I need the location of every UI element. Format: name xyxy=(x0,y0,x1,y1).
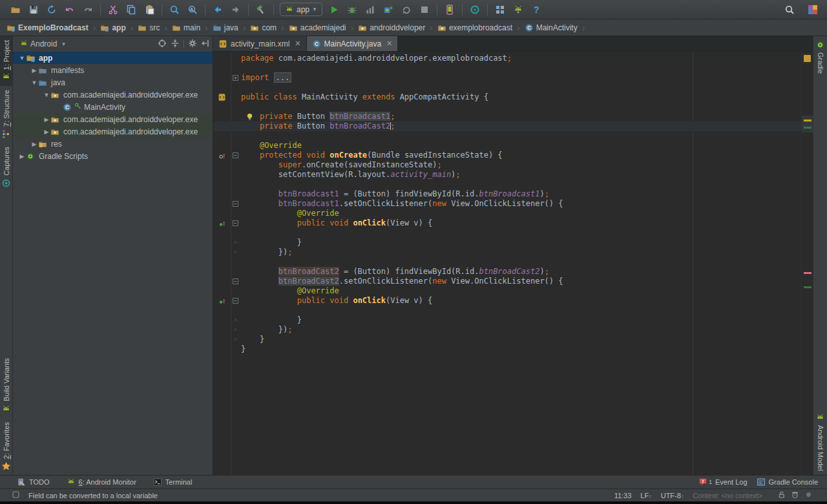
tool-window-button-build-variants[interactable]: Build Variants xyxy=(0,354,12,417)
fold-marker[interactable]: ˄ xyxy=(231,325,240,335)
code-line-23[interactable]: btnBroadCast2 = (Button) findViewById(R.… xyxy=(213,267,801,277)
stripe-marker[interactable] xyxy=(804,120,811,121)
find-button[interactable] xyxy=(165,1,183,18)
inspection-indicator[interactable] xyxy=(804,55,811,62)
breadcrumb-item-mainactivity[interactable]: CMainActivity xyxy=(523,23,579,32)
target-button[interactable] xyxy=(158,39,167,50)
tool-window-button-android-model[interactable]: Android Model xyxy=(813,409,827,475)
tool-window-button-todo[interactable]: TODO xyxy=(17,478,50,487)
stripe-marker[interactable] xyxy=(804,127,811,129)
code-line-26[interactable]: − public void onClick(View v) { xyxy=(213,296,801,306)
context-indicator[interactable]: Context: <no context> xyxy=(693,492,762,499)
code-line-10[interactable]: @Override xyxy=(213,141,801,151)
breadcrumb-item-src[interactable]: src xyxy=(136,23,161,32)
code-line-27[interactable] xyxy=(213,306,801,315)
breadcrumb-item-com[interactable]: com xyxy=(249,23,278,32)
stop-button[interactable] xyxy=(415,1,434,18)
tool-window-button-gradle[interactable]: Gradle xyxy=(813,36,827,78)
tool-window-button-terminal[interactable]: Terminal xyxy=(153,478,193,487)
code-line-31[interactable]: } xyxy=(213,344,801,354)
tree-expand-icon[interactable]: ▶ xyxy=(30,67,38,74)
code-line-25[interactable]: @Override xyxy=(213,286,801,296)
paste-button[interactable] xyxy=(140,1,158,18)
tool-window-button-1-project[interactable]: 1: Project xyxy=(0,36,12,86)
redo-button[interactable] xyxy=(79,1,97,18)
search-everywhere-button[interactable] xyxy=(780,1,799,18)
structure-dialog-button[interactable] xyxy=(491,1,509,18)
debug-button[interactable] xyxy=(343,1,361,18)
code-line-22[interactable] xyxy=(213,257,801,267)
fold-marker[interactable]: − xyxy=(231,199,240,209)
chevron-down-icon[interactable]: ▼ xyxy=(61,41,66,47)
fold-marker[interactable]: − xyxy=(231,277,240,286)
tool-window-button-7-structure[interactable]: 7: Structure xyxy=(0,86,12,143)
breadcrumb-item-exemplobroadcast[interactable]: exemplobroadcast xyxy=(436,23,514,32)
build-button[interactable] xyxy=(252,1,270,18)
tree-expand-icon[interactable]: ▼ xyxy=(43,92,50,98)
code-line-18[interactable]: − public void onClick(View v) { xyxy=(213,218,801,228)
editor-tab-activity_main-xml[interactable]: activity_main.xml✕ xyxy=(213,36,307,51)
breadcrumb-item-academiajedi[interactable]: academiajedi xyxy=(288,23,348,32)
code-line-11[interactable]: − protected void onCreate(Bundle savedIn… xyxy=(213,151,801,160)
tree-expand-icon[interactable]: ▶ xyxy=(30,141,38,147)
tree-item-com[interactable]: ▶com.academiajedi.androiddveloper.exe xyxy=(13,113,213,125)
intention-square-icon[interactable] xyxy=(12,490,20,500)
editor-tab-MainActivity-java[interactable]: CMainActivity.java✕ xyxy=(307,36,399,51)
fold-marker[interactable]: ˄ xyxy=(231,315,240,325)
tool-window-button-event-log[interactable]: 1Event Log xyxy=(698,478,748,487)
breadcrumb-item-exemplobroadcast[interactable]: ExemploBroadcast xyxy=(5,23,90,32)
tool-window-button-2-favorites[interactable]: 2: Favorites xyxy=(0,418,12,475)
tree-item-res[interactable]: ▶res xyxy=(13,138,213,150)
mosaic-button[interactable] xyxy=(804,1,822,18)
tool-window-button-gradle-console[interactable]: Gradle Console xyxy=(757,478,818,487)
breadcrumb-item-java[interactable]: java xyxy=(211,23,240,32)
gutter-override-marker[interactable] xyxy=(213,151,231,160)
code-line-28[interactable]: ˄ } xyxy=(213,315,801,325)
code-line-4[interactable] xyxy=(213,83,801,92)
sdk-button[interactable] xyxy=(509,1,527,18)
code-line-14[interactable] xyxy=(213,180,801,189)
breadcrumb-item-app[interactable]: app xyxy=(99,23,127,32)
code-line-17[interactable]: @Override xyxy=(213,209,801,218)
tree-item-mainactivity[interactable]: CMainActivity xyxy=(13,101,213,113)
collapse-button[interactable] xyxy=(171,39,180,50)
caret-position[interactable]: 11:33 xyxy=(614,492,632,499)
fold-marker[interactable]: − xyxy=(231,218,240,228)
help-button[interactable]: ? xyxy=(527,1,545,18)
tree-item-java[interactable]: ▼java xyxy=(13,76,213,89)
breadcrumb-item-main[interactable]: main xyxy=(171,23,202,32)
encoding-selector[interactable]: UTF-8↕ xyxy=(661,492,684,499)
code-line-3[interactable]: +import ... xyxy=(213,73,801,83)
tree-expand-icon[interactable]: ▶ xyxy=(43,116,50,123)
code-editor[interactable]: package com.academiajedi.androiddveloper… xyxy=(213,52,801,475)
hector-inspector-icon[interactable] xyxy=(791,490,799,500)
hide-button[interactable] xyxy=(201,39,210,50)
code-line-24[interactable]: − btnBroadCast2.setOnClickListener(new V… xyxy=(213,277,801,286)
close-icon[interactable]: ✕ xyxy=(386,39,392,48)
fold-marker[interactable]: − xyxy=(231,151,240,160)
coverage-button[interactable] xyxy=(361,1,379,18)
code-line-5[interactable]: public class MainActivity extends AppCom… xyxy=(213,92,801,102)
code-line-20[interactable]: ˄ } xyxy=(213,238,801,247)
tool-window-button-android-monitor[interactable]: 6: Android Monitor xyxy=(67,478,136,487)
close-icon[interactable]: ✕ xyxy=(295,39,300,48)
forward-button[interactable] xyxy=(227,1,245,18)
code-line-6[interactable] xyxy=(213,102,801,112)
tree-expand-icon[interactable]: ▶ xyxy=(43,129,50,135)
code-line-29[interactable]: ˄ }); xyxy=(213,325,801,335)
code-line-13[interactable]: setContentView(R.layout.activity_main); xyxy=(213,170,801,180)
tree-item-app[interactable]: ▼app xyxy=(13,52,213,64)
breadcrumb-item-androiddveloper[interactable]: androiddveloper xyxy=(357,23,426,32)
code-line-9[interactable] xyxy=(213,131,801,141)
fold-marker[interactable]: ˄ xyxy=(231,238,240,247)
tool-window-button-captures[interactable]: Captures xyxy=(0,143,12,192)
gradlesync-button[interactable] xyxy=(466,1,484,18)
gutter-layout-marker[interactable] xyxy=(213,92,231,102)
open-button[interactable] xyxy=(6,1,25,18)
tree-item-gradle scripts[interactable]: ▶Gradle Scripts xyxy=(13,150,213,162)
tree-item-com[interactable]: ▶com.academiajedi.androiddveloper.exe xyxy=(13,125,213,138)
fold-marker[interactable]: ˄ xyxy=(231,247,240,257)
code-line-19[interactable] xyxy=(213,228,801,238)
stripe-marker[interactable] xyxy=(804,272,811,274)
stripe-marker[interactable] xyxy=(804,286,811,288)
